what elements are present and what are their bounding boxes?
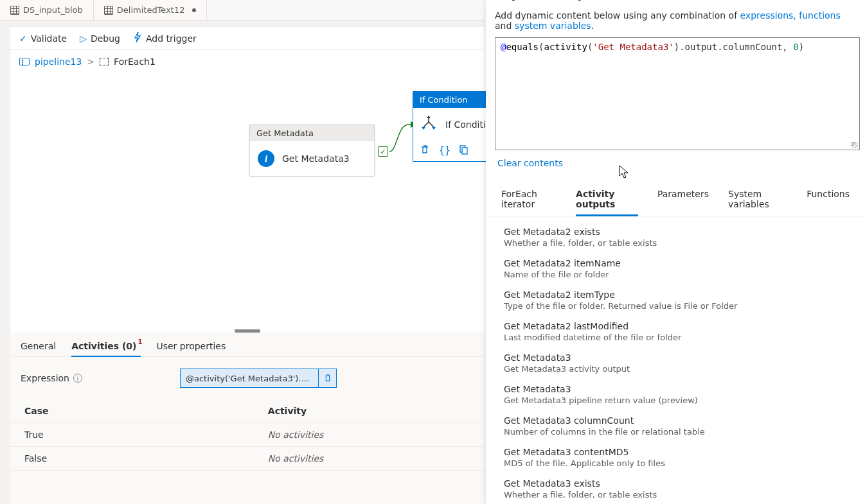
output-title: Get Metadata3 — [504, 384, 847, 394]
info-icon[interactable]: i — [73, 374, 82, 383]
diagram[interactable]: Get Metadata i Get Metadata3 ✓ If Condit… — [10, 73, 485, 317]
case-row[interactable]: True No activities — [10, 423, 485, 447]
tab-user-properties[interactable]: User properties — [156, 336, 226, 356]
output-description: Whether a file, folder, or table exists — [504, 238, 847, 248]
output-description: MD5 of the file. Applicable only to file… — [504, 458, 847, 468]
activity-output-item[interactable]: Get Metadata2 itemTypeType of the file o… — [486, 284, 865, 316]
tab-activity-outputs[interactable]: Activity outputs — [576, 182, 638, 216]
case-activity: No activities — [94, 447, 485, 471]
file-tab-label: DS_input_blob — [23, 5, 83, 15]
validate-button[interactable]: ✓ Validate — [19, 33, 67, 44]
case-row[interactable]: False No activities — [10, 447, 485, 471]
activity-output-item[interactable]: Get Metadata3Get Metadata3 activity outp… — [486, 347, 865, 379]
copy-icon[interactable] — [458, 144, 468, 155]
foreach-icon — [100, 58, 109, 65]
output-description: Name of the file or folder — [504, 270, 847, 279]
node-if-condition[interactable]: If Condition If Conditi — [413, 91, 495, 162]
info-icon: i — [258, 150, 274, 167]
output-title: Get Metadata2 itemType — [504, 290, 847, 300]
output-description: Get Metadata3 activity output — [504, 364, 847, 374]
tab-functions[interactable]: Functions — [807, 182, 850, 216]
activity-output-item[interactable]: Get Metadata2 lastModifiedLast modified … — [486, 316, 865, 347]
toolbar-label: Validate — [31, 33, 67, 44]
expression-value: @activity('Get Metadata3').output.ro… — [181, 374, 318, 383]
resize-grip-icon[interactable] — [852, 142, 858, 148]
node-title: Get Metadata3 — [282, 153, 350, 164]
canvas-toolbar: ✓ Validate ▷ Debug Add trigger — [10, 27, 485, 50]
toolbar-label: Debug — [91, 33, 120, 44]
activity-outputs-list[interactable]: Get Metadata2 existsWhether a file, fold… — [486, 216, 865, 504]
panel-description: Add dynamic content below using any comb… — [486, 4, 865, 37]
col-case: Case — [10, 399, 94, 423]
node-get-metadata[interactable]: Get Metadata i Get Metadata3 — [249, 125, 375, 177]
activity-output-item[interactable]: Get Metadata2 existsWhether a file, fold… — [486, 222, 865, 253]
clear-contents-link[interactable]: Clear contents — [486, 155, 865, 176]
breadcrumb: pipeline13 > ForEach1 — [10, 50, 485, 73]
node-body: If Conditi — [413, 108, 494, 141]
node-title: If Conditi — [445, 119, 486, 130]
toolbar-label: Add trigger — [146, 33, 197, 44]
dirty-indicator-icon — [192, 8, 196, 12]
tab-system-variables[interactable]: System variables — [728, 182, 787, 216]
lightning-icon — [133, 32, 142, 44]
node-header: If Condition — [413, 92, 494, 108]
pipeline-icon — [19, 58, 30, 65]
expression-builder-panel: Pipeline expression builder Add dynamic … — [486, 0, 865, 504]
braces-icon[interactable]: {} — [439, 144, 449, 155]
table-icon — [104, 6, 113, 15]
table-icon — [10, 6, 19, 15]
output-description: Type of the file or folder. Returned val… — [504, 301, 847, 311]
activity-output-item[interactable]: Get Metadata3 contentMD5MD5 of the file.… — [486, 442, 865, 473]
file-tabs: DS_input_blob DelimitedText12 — [0, 0, 485, 21]
output-title: Get Metadata3 exists — [504, 478, 847, 489]
panel-heading: Pipeline expression builder — [486, 0, 865, 4]
output-title: Get Metadata2 itemName — [504, 258, 847, 268]
tab-general[interactable]: General — [21, 336, 56, 356]
properties-tabs: General Activities (0)1 User properties — [10, 333, 485, 357]
debug-button[interactable]: ▷ Debug — [80, 33, 120, 44]
cases-table: Case Activity True No activities False N… — [10, 399, 485, 471]
breadcrumb-pipeline-link[interactable]: pipeline13 — [35, 56, 82, 67]
branch-icon — [420, 116, 438, 133]
tab-parameters[interactable]: Parameters — [657, 182, 709, 216]
breadcrumb-separator: > — [87, 56, 94, 67]
activity-output-item[interactable]: Get Metadata2 itemNameName of the file o… — [486, 253, 865, 284]
helper-tabs: ForEach iterator Activity outputs Parame… — [486, 182, 865, 216]
node-body: i Get Metadata3 — [250, 141, 374, 176]
error-badge: 1 — [138, 338, 142, 345]
output-title: Get Metadata3 — [504, 352, 847, 363]
delete-expression-button[interactable] — [318, 369, 336, 387]
panel-resize-handle[interactable] — [235, 329, 260, 333]
play-icon: ▷ — [80, 33, 87, 44]
node-header: Get Metadata — [250, 125, 374, 141]
col-activity: Activity — [94, 399, 485, 423]
output-description: Number of columns in the file or relatio… — [504, 427, 847, 437]
output-title: Get Metadata2 lastModified — [504, 321, 847, 331]
activity-output-item[interactable]: Get Metadata3Get Metadata3 pipeline retu… — [486, 379, 865, 410]
expression-input[interactable]: @activity('Get Metadata3').output.ro… — [180, 369, 337, 388]
expression-row: Expression i @activity('Get Metadata3').… — [10, 357, 485, 399]
tab-foreach-iterator[interactable]: ForEach iterator — [501, 182, 557, 216]
success-port[interactable]: ✓ — [378, 146, 388, 157]
expression-label: Expression i — [21, 373, 82, 383]
activity-output-item[interactable]: Get Metadata3 existsWhether a file, fold… — [486, 473, 865, 504]
add-trigger-button[interactable]: Add trigger — [133, 32, 197, 44]
output-description: Get Metadata3 pipeline return value (pre… — [504, 395, 847, 405]
tab-activities[interactable]: Activities (0)1 — [71, 336, 141, 356]
file-tab-label: DelimitedText12 — [117, 5, 185, 15]
properties-panel: General Activities (0)1 User properties … — [10, 333, 485, 504]
file-tab-delimitedtext12[interactable]: DelimitedText12 — [94, 0, 208, 20]
output-title: Get Metadata3 contentMD5 — [504, 447, 847, 457]
system-variables-link[interactable]: system variables — [515, 21, 591, 31]
output-title: Get Metadata2 exists — [504, 227, 847, 237]
expression-editor[interactable]: @equals(activity('Get Metadata3').output… — [495, 37, 860, 150]
file-tab-ds-input-blob[interactable]: DS_input_blob — [0, 0, 94, 20]
expressions-link[interactable]: expressions, functions — [740, 10, 841, 21]
check-icon: ✓ — [19, 33, 27, 44]
delete-icon[interactable] — [420, 144, 430, 155]
activity-output-item[interactable]: Get Metadata3 columnCountNumber of colum… — [486, 410, 865, 442]
output-description: Last modified datetime of the file or fo… — [504, 333, 847, 342]
case-activity: No activities — [94, 423, 485, 447]
left-pane: DS_input_blob DelimitedText12 ✓ Validate… — [0, 0, 485, 504]
breadcrumb-activity: ForEach1 — [114, 56, 156, 67]
